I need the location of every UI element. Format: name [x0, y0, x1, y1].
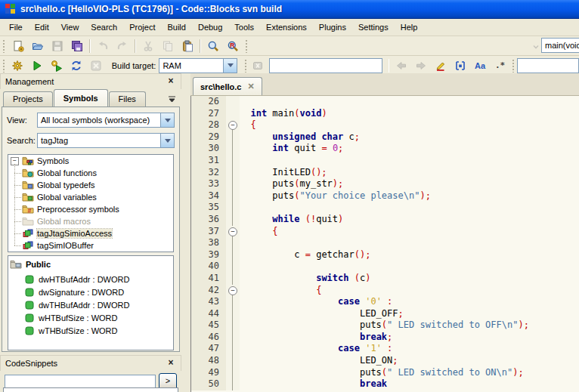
- menu-item-plugins[interactable]: Plugins: [313, 19, 352, 35]
- back-button[interactable]: [392, 57, 411, 75]
- menu-item-project[interactable]: Project: [123, 19, 161, 35]
- whole-word-button[interactable]: [451, 57, 470, 75]
- code-line[interactable]: 46 break;: [191, 332, 579, 344]
- function-scope-combo[interactable]: main(void: [541, 38, 579, 53]
- code-line[interactable]: 31: [191, 155, 579, 167]
- build-target-combo[interactable]: RAM: [159, 58, 237, 73]
- tab-files[interactable]: Files: [109, 91, 146, 106]
- titlebar[interactable]: src\hello.c [HelloVIO-PLS (TC1796)] - Co…: [0, 0, 579, 19]
- code-line[interactable]: 43 case '0' :: [191, 296, 579, 308]
- menu-item-edit[interactable]: Edit: [29, 19, 55, 35]
- incremental-search-input[interactable]: [269, 58, 382, 73]
- menu-item-help[interactable]: Help: [395, 19, 424, 35]
- code-editor[interactable]: 2627 int main(void)28 {29 unsigned char …: [190, 96, 579, 392]
- code-line[interactable]: 39 c = getchar();: [191, 249, 579, 261]
- code-line[interactable]: 32 InitLED();: [191, 167, 579, 179]
- code-line[interactable]: 27 int main(void): [191, 108, 579, 120]
- code-line[interactable]: 34 puts("Your choice please\n");: [191, 190, 579, 202]
- new-file-button[interactable]: [8, 37, 28, 55]
- menu-item-debug[interactable]: Debug: [192, 19, 228, 35]
- fold-marker-icon[interactable]: [226, 226, 240, 238]
- code-line[interactable]: 44 LED_OFF;: [191, 308, 579, 320]
- code-line[interactable]: 26: [191, 96, 579, 108]
- menu-item-extensions[interactable]: Extensions: [260, 19, 313, 35]
- menu-item-settings[interactable]: Settings: [352, 19, 395, 35]
- codesnippets-pane-header[interactable]: CodeSnippets ×: [0, 355, 181, 371]
- menu-item-file[interactable]: File: [3, 19, 29, 35]
- toolbar-grip[interactable]: [2, 58, 6, 73]
- secondary-search-input[interactable]: [517, 58, 579, 73]
- tree-item-global-macros[interactable]: Global macros: [8, 215, 173, 227]
- copy-button[interactable]: [158, 37, 178, 55]
- tree-item-tagsimiobuffer[interactable]: tagSimIOBuffer: [8, 239, 173, 252]
- tab-symbols[interactable]: Symbols: [54, 89, 108, 106]
- code-line[interactable]: 47 case '1' :: [191, 343, 579, 355]
- member-item[interactable]: dwTHBufAddr : DWORD: [8, 298, 173, 311]
- menu-item-search[interactable]: Search: [85, 19, 123, 35]
- match-case-button[interactable]: Aa: [470, 57, 490, 75]
- clear-search-button[interactable]: [249, 57, 265, 75]
- tree-item-global-typedefs[interactable]: Global typedefs: [8, 179, 173, 191]
- tree-item-preprocessor-symbols[interactable]: #Preprocessor symbols: [8, 203, 173, 215]
- code-line[interactable]: 29 unsigned char c;: [191, 131, 579, 144]
- toolbar-grip[interactable]: [2, 39, 7, 53]
- menu-item-tools[interactable]: Tools: [228, 19, 260, 35]
- code-line[interactable]: 42 {: [191, 285, 579, 297]
- redo-button[interactable]: [113, 37, 132, 55]
- code-line[interactable]: 48 LED_ON;: [191, 355, 579, 367]
- regex-button[interactable]: .*: [490, 57, 509, 75]
- tree-item-global-functions[interactable]: Global functions: [8, 167, 173, 179]
- code-line[interactable]: 45 puts(" LED switched to OFF\n");: [191, 319, 579, 332]
- open-file-button[interactable]: [28, 37, 48, 55]
- cut-button[interactable]: [138, 37, 158, 55]
- code-line[interactable]: 41 switch (c): [191, 273, 579, 285]
- paste-button[interactable]: [178, 37, 197, 55]
- code-line[interactable]: 28 {: [191, 119, 579, 131]
- code-line[interactable]: 49 puts(" LED switched to ON\n");: [191, 367, 579, 379]
- tab-list-dropdown-button[interactable]: [166, 94, 177, 103]
- editor-tab-hello-c[interactable]: src\hello.c ✕: [193, 77, 262, 95]
- member-item[interactable]: wHTBufSize : WORD: [8, 311, 173, 324]
- view-combo[interactable]: All local symbols (workspace): [37, 113, 175, 128]
- toolbar-grip[interactable]: [243, 58, 248, 73]
- code-line[interactable]: 30 int quit = 0;: [191, 143, 579, 155]
- member-item[interactable]: dwHTBufAddr : DWORD: [8, 273, 173, 286]
- close-tab-icon[interactable]: ✕: [247, 82, 254, 91]
- management-pane-header[interactable]: Management ×: [0, 73, 181, 89]
- toolbar-grip[interactable]: [244, 39, 249, 53]
- fold-marker-icon[interactable]: [226, 119, 240, 131]
- tree-item-global-variables[interactable]: Global variables: [8, 191, 173, 203]
- find-button[interactable]: [203, 37, 223, 55]
- close-pane-button[interactable]: ×: [166, 358, 176, 369]
- member-item[interactable]: wTHBufSize : WORD: [8, 324, 173, 337]
- code-line[interactable]: 33 puts(my_str);: [191, 178, 579, 190]
- abort-button[interactable]: [86, 57, 106, 75]
- rebuild-button[interactable]: [67, 57, 86, 75]
- undo-button[interactable]: [93, 37, 113, 55]
- save-all-button[interactable]: [67, 37, 87, 55]
- highlight-button[interactable]: [431, 57, 451, 75]
- tree-item-tagjtagsimioaccess[interactable]: tagJtagSimioAccess: [8, 227, 173, 239]
- forward-button[interactable]: [411, 57, 431, 75]
- panel-splitter[interactable]: [181, 73, 190, 392]
- toolbar-grip[interactable]: [511, 58, 516, 73]
- tab-projects[interactable]: Projects: [3, 91, 53, 106]
- member-item[interactable]: dwSignature : DWORD: [8, 286, 173, 298]
- code-line[interactable]: 36 while (!quit): [191, 214, 579, 226]
- code-line[interactable]: 37 {: [191, 226, 579, 238]
- tree-root-symbols[interactable]: −Symbols: [8, 155, 173, 167]
- code-line[interactable]: 38: [191, 237, 579, 249]
- symbol-search-combo[interactable]: tagJtag: [37, 133, 175, 148]
- menu-item-view[interactable]: View: [55, 19, 85, 35]
- code-line[interactable]: 50 break: [191, 378, 579, 390]
- menu-item-build[interactable]: Build: [161, 19, 191, 35]
- run-button[interactable]: [27, 57, 47, 75]
- build-button[interactable]: [8, 57, 27, 75]
- combo-dropdown-button[interactable]: [160, 134, 174, 147]
- code-line[interactable]: 35: [191, 202, 579, 214]
- build-and-run-button[interactable]: [47, 57, 67, 75]
- combo-dropdown-button[interactable]: [223, 59, 237, 73]
- close-pane-button[interactable]: ×: [166, 76, 176, 87]
- combo-dropdown-button[interactable]: [160, 113, 174, 127]
- fold-marker-icon[interactable]: [226, 285, 240, 297]
